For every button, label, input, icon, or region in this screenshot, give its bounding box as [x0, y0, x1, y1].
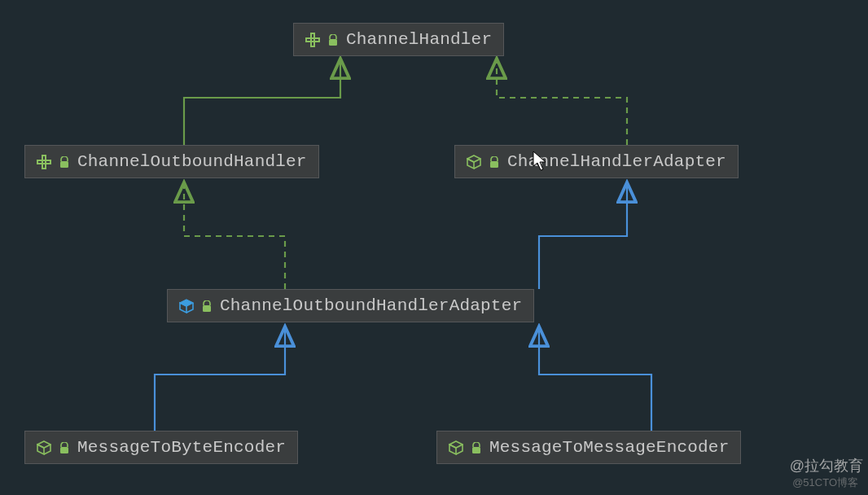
watermark-primary: @拉勾教育: [790, 456, 863, 475]
node-channel-handler[interactable]: ChannelHandler: [293, 23, 504, 56]
node-label: ChannelOutboundHandlerAdapter: [220, 296, 522, 315]
svg-rect-2: [490, 161, 498, 168]
svg-rect-4: [60, 447, 68, 453]
lock-icon: [489, 156, 499, 169]
class-icon: [179, 299, 194, 313]
node-label: ChannelOutboundHandler: [77, 152, 307, 171]
lock-icon: [471, 442, 481, 454]
interface-icon: [37, 155, 51, 169]
watermark-secondary: @51CTO博客: [792, 475, 858, 490]
node-message-to-message-encoder[interactable]: MessageToMessageEncoder: [436, 431, 741, 464]
node-message-to-byte-encoder[interactable]: MessageToByteEncoder: [24, 431, 298, 464]
class-icon: [449, 440, 463, 455]
class-icon: [37, 440, 51, 455]
svg-rect-3: [203, 305, 211, 312]
svg-rect-0: [329, 39, 337, 46]
node-label: ChannelHandler: [346, 30, 492, 49]
lock-icon: [59, 156, 69, 169]
lock-icon: [59, 442, 69, 454]
lock-icon: [202, 300, 212, 313]
node-label: MessageToMessageEncoder: [489, 438, 729, 457]
node-channel-outbound-handler-adapter[interactable]: ChannelOutboundHandlerAdapter: [167, 289, 534, 322]
lock-icon: [328, 34, 338, 46]
node-channel-outbound-handler[interactable]: ChannelOutboundHandler: [24, 145, 319, 178]
node-label: ChannelHandlerAdapter: [507, 152, 726, 171]
svg-rect-5: [472, 447, 480, 453]
connectors-layer: [0, 0, 868, 495]
svg-rect-1: [60, 161, 68, 168]
interface-icon: [305, 33, 320, 47]
node-label: MessageToByteEncoder: [77, 438, 286, 457]
class-icon: [467, 155, 481, 169]
node-channel-handler-adapter[interactable]: ChannelHandlerAdapter: [454, 145, 739, 178]
